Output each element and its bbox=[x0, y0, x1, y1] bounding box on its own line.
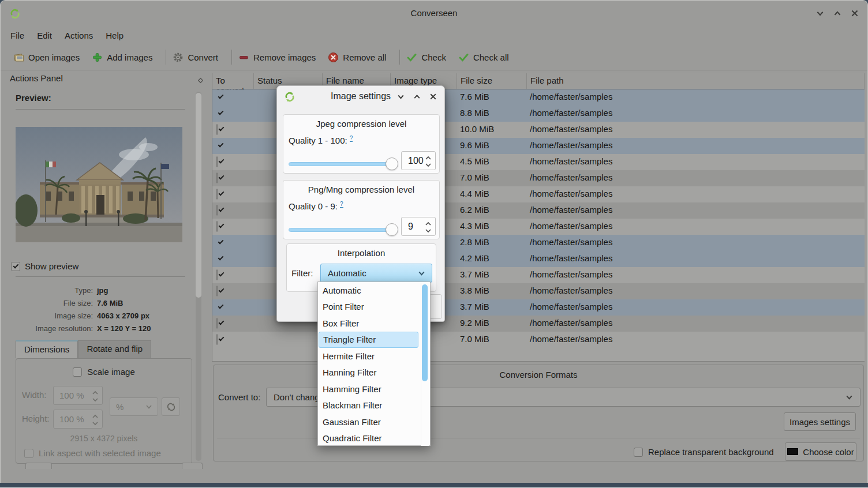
dock-float-icon[interactable] bbox=[197, 76, 204, 82]
convert-to-label: Convert to: bbox=[218, 392, 260, 402]
table-row[interactable]: 7.0 MiB/home/faster/samples bbox=[212, 332, 865, 348]
dropdown-option-hermite-filter[interactable]: Hermite Filter bbox=[318, 348, 430, 365]
spinner-icon[interactable] bbox=[424, 154, 432, 168]
toolbar-button-remove-all[interactable]: Remove all bbox=[328, 52, 386, 63]
conversion-formats-group: Conversion Formats Convert to: Don't cha… bbox=[213, 365, 864, 461]
row-checkbox[interactable] bbox=[216, 269, 218, 280]
maximize-icon[interactable] bbox=[413, 92, 421, 101]
close-icon[interactable] bbox=[850, 9, 859, 18]
file-size-cell: 2.8 MiB bbox=[460, 237, 489, 247]
dropdown-option-triangle-filter[interactable]: Triangle Filter bbox=[319, 332, 418, 348]
slider-handle[interactable] bbox=[386, 223, 398, 236]
unit-combobox[interactable]: % bbox=[110, 397, 158, 416]
link-aspect-checkbox[interactable]: Link aspect with selected image bbox=[24, 448, 161, 458]
replace-transparent-checkbox[interactable]: Replace transparent background bbox=[634, 447, 774, 457]
dropdown-option-hanning-filter[interactable]: Hanning Filter bbox=[318, 365, 430, 381]
slider-handle[interactable] bbox=[386, 157, 398, 170]
menu-file[interactable]: File bbox=[4, 28, 31, 43]
jpeg-quality-slider[interactable] bbox=[289, 157, 398, 170]
refresh-button[interactable] bbox=[162, 397, 180, 416]
close-icon[interactable] bbox=[429, 92, 437, 101]
slider-track[interactable] bbox=[289, 228, 398, 232]
row-checkbox[interactable] bbox=[216, 286, 218, 296]
menu-edit[interactable]: Edit bbox=[31, 28, 58, 43]
column-header-file-size[interactable]: File size bbox=[457, 73, 527, 89]
info-row: File size:7.6 MiB bbox=[5, 296, 196, 309]
row-checkbox[interactable] bbox=[216, 172, 218, 183]
spinner-icon[interactable] bbox=[424, 220, 432, 234]
to-convert-cell[interactable] bbox=[216, 205, 218, 216]
row-checkbox[interactable] bbox=[216, 189, 218, 200]
help-link[interactable]: ? bbox=[340, 201, 343, 208]
toolbar-button-check-all[interactable]: Check all bbox=[458, 52, 509, 63]
slider-track[interactable] bbox=[289, 162, 398, 166]
row-checkbox[interactable] bbox=[216, 124, 218, 135]
to-convert-cell[interactable] bbox=[216, 270, 218, 280]
toolbar-label: Open images bbox=[28, 52, 80, 62]
menu-help[interactable]: Help bbox=[99, 28, 130, 43]
help-link[interactable]: ? bbox=[350, 135, 353, 142]
spinner-icon[interactable] bbox=[91, 412, 99, 426]
checkbox-checked[interactable] bbox=[11, 262, 20, 271]
toolbar-button-remove-images[interactable]: Remove images bbox=[238, 52, 316, 63]
tab-dimensions[interactable]: Dimensions bbox=[16, 340, 78, 358]
minimize-icon[interactable] bbox=[815, 9, 825, 18]
clipped-widget bbox=[182, 463, 203, 469]
show-preview-checkbox[interactable]: Show preview bbox=[11, 261, 78, 271]
toolbar-button-check[interactable]: Check bbox=[406, 52, 446, 63]
dropdown-option-blackman-filter[interactable]: Blackman Filter bbox=[318, 397, 430, 414]
converseen-window: Converseen FileEditActionsHelp Open imag… bbox=[0, 0, 868, 483]
dropdown-option-point-filter[interactable]: Point Filter bbox=[318, 299, 430, 316]
row-checkbox[interactable] bbox=[216, 156, 218, 167]
to-convert-cell[interactable] bbox=[216, 335, 218, 345]
menu-actions[interactable]: Actions bbox=[58, 28, 99, 43]
dropdown-option-gaussian-filter[interactable]: Gaussian Filter bbox=[318, 414, 430, 430]
panel-scrollbar-thumb[interactable] bbox=[196, 93, 201, 298]
height-spinbox[interactable]: 100 % bbox=[53, 410, 103, 429]
checkbox-unchecked[interactable] bbox=[73, 367, 82, 377]
png-quality-slider[interactable] bbox=[289, 223, 398, 236]
toolbar-button-convert[interactable]: Convert bbox=[173, 52, 218, 63]
choose-color-button[interactable]: Choose color bbox=[785, 442, 856, 461]
jpeg-quality-spinbox[interactable]: 100 bbox=[401, 151, 436, 170]
maximize-icon[interactable] bbox=[833, 9, 842, 18]
dropdown-option-box-filter[interactable]: Box Filter bbox=[318, 315, 430, 332]
row-checkbox[interactable] bbox=[216, 318, 218, 329]
png-quality-spinbox[interactable]: 9 bbox=[401, 217, 436, 236]
column-header-to-convert[interactable]: To convert bbox=[212, 73, 254, 89]
replace-transparent-label: Replace transparent background bbox=[648, 447, 774, 457]
row-checkbox[interactable] bbox=[216, 221, 218, 232]
tab-rotate-and-flip[interactable]: Rotate and flip bbox=[78, 340, 151, 358]
checkbox-unchecked[interactable] bbox=[634, 448, 643, 457]
dropdown-option-hamming-filter[interactable]: Hamming Filter bbox=[318, 381, 430, 397]
to-convert-cell[interactable] bbox=[216, 318, 218, 329]
row-checkbox[interactable] bbox=[216, 334, 218, 345]
minimize-icon[interactable] bbox=[396, 92, 405, 101]
spinner-icon[interactable] bbox=[91, 389, 99, 403]
to-convert-cell[interactable] bbox=[216, 125, 218, 135]
unit-value: % bbox=[110, 402, 145, 412]
row-checkbox[interactable] bbox=[216, 205, 218, 216]
to-convert-cell[interactable] bbox=[216, 157, 218, 167]
toolbar-button-open-images[interactable]: Open images bbox=[13, 52, 80, 63]
info-label: File size: bbox=[5, 299, 93, 307]
filter-combobox[interactable]: Automatic bbox=[320, 264, 432, 283]
dropdown-scrollbar-thumb[interactable] bbox=[422, 284, 428, 381]
preview-image bbox=[16, 127, 182, 242]
to-convert-cell[interactable] bbox=[216, 286, 218, 296]
images-settings-button[interactable]: Images settings bbox=[784, 412, 856, 431]
to-convert-cell[interactable] bbox=[216, 189, 218, 200]
scale-image-checkbox[interactable]: Scale image bbox=[16, 367, 192, 377]
toolbar-button-add-images[interactable]: Add images bbox=[92, 52, 152, 63]
to-convert-cell[interactable] bbox=[216, 173, 218, 183]
dropdown-option-quadratic-filter[interactable]: Quadratic Filter bbox=[318, 430, 430, 447]
to-convert-cell[interactable] bbox=[216, 222, 218, 232]
file-size-cell: 9.2 MiB bbox=[460, 318, 489, 328]
column-header-file-path[interactable]: File path bbox=[527, 73, 865, 89]
dropdown-option-automatic[interactable]: Automatic bbox=[318, 282, 430, 299]
file-size-cell: 8.8 MiB bbox=[460, 108, 489, 118]
checkbox-unchecked[interactable] bbox=[24, 449, 33, 458]
quality-label-text: Quality 1 - 100: bbox=[289, 136, 347, 145]
file-size-cell: 4.2 MiB bbox=[460, 253, 489, 263]
width-spinbox[interactable]: 100 % bbox=[53, 386, 103, 405]
